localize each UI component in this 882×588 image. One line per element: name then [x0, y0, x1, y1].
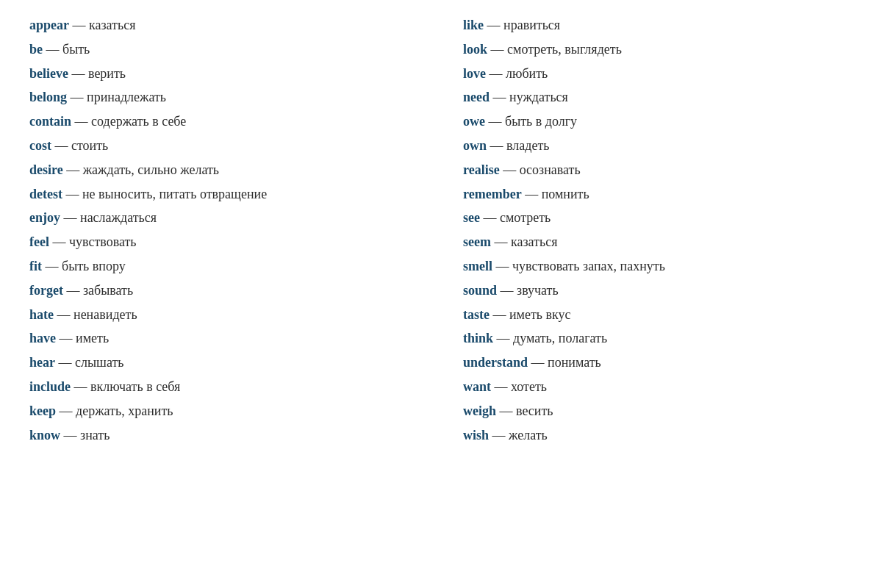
list-item: forget — забывать	[29, 280, 419, 301]
list-item: enjoy — наслаждаться	[29, 207, 419, 229]
vocab-translation: — быть	[43, 42, 90, 57]
list-item: believe — верить	[29, 63, 419, 85]
vocab-translation: — нравиться	[484, 18, 560, 32]
vocab-word: desire	[29, 162, 63, 177]
vocab-translation: — знать	[60, 428, 110, 442]
list-item: love — любить	[463, 63, 853, 85]
list-item: hate — ненавидеть	[29, 304, 419, 326]
vocab-translation: — весить	[496, 404, 553, 418]
vocab-word: seem	[463, 234, 491, 249]
list-item: need — нуждаться	[463, 87, 853, 108]
list-item: like — нравиться	[463, 15, 853, 36]
vocab-translation: — верить	[68, 66, 126, 81]
vocab-translation: — желать	[489, 428, 548, 442]
vocab-word: like	[463, 18, 484, 32]
vocab-translation: — включать в себя	[71, 379, 180, 394]
vocab-word: smell	[463, 259, 492, 273]
vocab-translation: — владеть	[487, 138, 549, 153]
vocab-word: love	[463, 66, 486, 81]
vocab-translation: — быть впору	[42, 259, 126, 273]
vocab-word: think	[463, 331, 493, 345]
vocab-word: sound	[463, 283, 497, 298]
vocab-translation: — содержать в себе	[71, 114, 186, 129]
vocab-translation: — смотреть, выглядеть	[487, 42, 622, 57]
list-item: include — включать в себя	[29, 376, 419, 398]
list-item: smell — чувствовать запах, пахнуть	[463, 256, 853, 277]
vocab-word: believe	[29, 66, 68, 81]
list-item: taste — иметь вкус	[463, 304, 853, 326]
list-item: wish — желать	[463, 425, 853, 446]
list-item: have — иметь	[29, 328, 419, 349]
vocab-translation: — осознавать	[500, 162, 581, 177]
vocab-word: own	[463, 138, 487, 153]
vocab-translation: — чувствовать запах, пахнуть	[492, 259, 665, 273]
list-item: detest — не выносить, питать отвращение	[29, 184, 419, 205]
vocab-translation: — наслаждаться	[60, 210, 157, 225]
vocab-word: keep	[29, 404, 56, 418]
vocab-word: taste	[463, 307, 490, 322]
vocab-word: include	[29, 379, 71, 394]
vocab-word: feel	[29, 234, 49, 249]
vocab-word: forget	[29, 283, 63, 298]
list-item: remember — помнить	[463, 184, 853, 205]
vocab-word: know	[29, 428, 60, 442]
vocab-translation: — понимать	[528, 355, 601, 370]
column-left: appear — казатьсяbe — бытьbelieve — вери…	[29, 15, 448, 448]
vocab-word: realise	[463, 162, 500, 177]
vocab-translation: — не выносить, питать отвращение	[62, 187, 267, 201]
vocab-translation: — любить	[486, 66, 548, 81]
vocab-word: have	[29, 331, 56, 345]
vocab-word: detest	[29, 187, 62, 201]
list-item: appear — казаться	[29, 15, 419, 36]
vocab-translation: — слышать	[55, 355, 124, 370]
list-item: look — смотреть, выглядеть	[463, 39, 853, 60]
vocab-translation: — иметь	[56, 331, 109, 345]
list-item: keep — держать, хранить	[29, 401, 419, 422]
list-item: realise — осознавать	[463, 159, 853, 181]
vocab-word: hear	[29, 355, 55, 370]
vocab-word: appear	[29, 18, 69, 32]
vocab-translation: — принадлежать	[67, 90, 166, 104]
vocab-translation: — чувствовать	[49, 234, 137, 249]
vocab-translation: — ненавидеть	[54, 307, 137, 322]
list-item: fit — быть впору	[29, 256, 419, 277]
list-item: want — хотеть	[463, 376, 853, 398]
vocab-word: see	[463, 210, 480, 225]
list-item: know — знать	[29, 425, 419, 446]
vocab-word: weigh	[463, 404, 496, 418]
list-item: owe — быть в долгу	[463, 111, 853, 132]
list-item: cost — стоить	[29, 135, 419, 157]
vocabulary-columns: appear — казатьсяbe — бытьbelieve — вери…	[29, 15, 853, 448]
list-item: seem — казаться	[463, 232, 853, 253]
list-item: belong — принадлежать	[29, 87, 419, 108]
vocab-translation: — помнить	[522, 187, 589, 201]
vocab-translation: — иметь вкус	[490, 307, 571, 322]
list-item: weigh — весить	[463, 401, 853, 422]
vocab-word: hate	[29, 307, 54, 322]
list-item: hear — слышать	[29, 352, 419, 373]
vocab-translation: — нуждаться	[490, 90, 568, 104]
vocab-translation: — стоить	[51, 138, 108, 153]
vocab-translation: — звучать	[497, 283, 559, 298]
list-item: desire — жаждать, сильно желать	[29, 159, 419, 181]
list-item: sound — звучать	[463, 280, 853, 301]
vocab-word: contain	[29, 114, 71, 129]
vocab-word: belong	[29, 90, 67, 104]
vocab-translation: — смотреть	[480, 210, 551, 225]
vocab-translation: — быть в долгу	[485, 114, 577, 129]
vocab-translation: — держать, хранить	[56, 404, 173, 418]
list-item: see — смотреть	[463, 207, 853, 229]
vocab-word: owe	[463, 114, 485, 129]
list-item: contain — содержать в себе	[29, 111, 419, 132]
vocab-word: wish	[463, 428, 489, 442]
list-item: feel — чувствовать	[29, 232, 419, 253]
vocab-word: remember	[463, 187, 522, 201]
vocab-translation: — забывать	[63, 283, 133, 298]
vocab-translation: — жаждать, сильно желать	[63, 162, 219, 177]
list-item: understand — понимать	[463, 352, 853, 373]
vocab-word: enjoy	[29, 210, 60, 225]
vocab-translation: — хотеть	[491, 379, 547, 394]
vocab-word: fit	[29, 259, 42, 273]
vocab-word: look	[463, 42, 487, 57]
vocab-translation: — думать, полагать	[493, 331, 607, 345]
